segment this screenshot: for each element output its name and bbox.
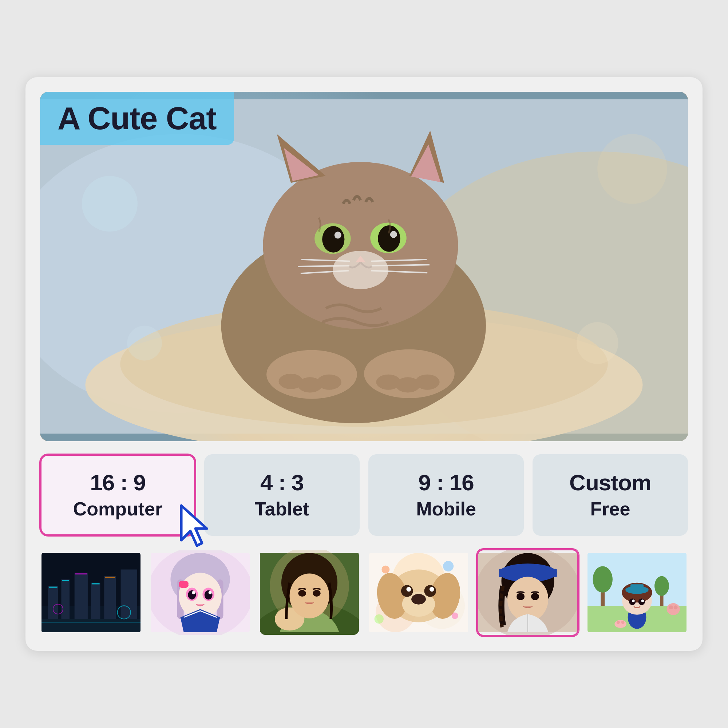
svg-point-89: [430, 587, 434, 592]
thumb-anime[interactable]: [149, 549, 251, 636]
svg-point-74: [290, 574, 329, 618]
ratio-label-16-9: 16 : 9: [90, 470, 145, 495]
svg-rect-98: [499, 569, 557, 577]
svg-point-116: [629, 598, 636, 605]
svg-point-88: [406, 587, 411, 592]
svg-point-93: [375, 615, 384, 624]
svg-rect-46: [49, 587, 58, 588]
svg-point-111: [669, 605, 673, 609]
svg-point-85: [411, 594, 426, 605]
svg-point-36: [127, 326, 162, 361]
svg-point-90: [381, 566, 390, 574]
svg-point-100: [517, 593, 525, 600]
svg-point-33: [82, 176, 138, 231]
ratio-sublabel-custom: Free: [590, 498, 630, 520]
svg-point-34: [597, 134, 667, 203]
svg-point-65: [192, 591, 195, 594]
svg-point-91: [443, 561, 454, 572]
svg-point-109: [655, 576, 669, 596]
aspect-ratio-row: 16 : 9 Computer 4 : 3 Tablet 9 : 16 Mobi…: [40, 454, 688, 536]
ratio-label-9-16: 9 : 16: [418, 470, 474, 495]
thumb-portrait[interactable]: [258, 549, 360, 636]
image-title: A Cute Cat: [58, 100, 217, 136]
svg-point-112: [674, 605, 678, 609]
ratio-btn-9-16[interactable]: 9 : 16 Mobile: [369, 454, 524, 536]
svg-point-119: [641, 600, 644, 602]
thumb-girl[interactable]: [477, 549, 579, 636]
svg-point-122: [615, 620, 626, 628]
ratio-label-custom: Custom: [569, 470, 651, 495]
title-overlay: A Cute Cat: [40, 92, 234, 145]
svg-point-123: [616, 621, 620, 624]
ratio-btn-4-3[interactable]: 4 : 3 Tablet: [204, 454, 359, 536]
svg-rect-47: [62, 580, 69, 581]
svg-point-13: [322, 226, 344, 252]
svg-point-66: [209, 591, 212, 594]
ratio-btn-custom[interactable]: Custom Free: [532, 454, 688, 536]
svg-rect-50: [105, 577, 115, 578]
svg-point-118: [632, 600, 635, 602]
ratio-sublabel-4-3: Tablet: [255, 498, 309, 520]
svg-point-16: [390, 231, 397, 238]
svg-rect-121: [630, 584, 644, 591]
svg-point-92: [452, 612, 458, 619]
thumb-dog[interactable]: [368, 549, 470, 636]
svg-rect-49: [92, 583, 100, 584]
svg-point-117: [638, 598, 645, 605]
svg-rect-48: [75, 574, 87, 575]
main-container: A Cute Cat: [26, 77, 702, 651]
svg-point-29: [317, 375, 341, 390]
svg-point-76: [313, 590, 321, 596]
svg-point-6: [263, 162, 458, 329]
svg-point-75: [298, 590, 306, 596]
svg-point-101: [531, 593, 539, 600]
svg-point-32: [415, 375, 440, 390]
ratio-btn-16-9[interactable]: 16 : 9 Computer: [40, 454, 196, 536]
svg-point-107: [593, 566, 613, 593]
svg-point-86: [401, 585, 413, 597]
thumb-city[interactable]: [40, 549, 142, 636]
thumbnail-row: [40, 549, 688, 636]
thumb-chibi[interactable]: [586, 549, 688, 636]
svg-marker-37: [181, 506, 207, 546]
svg-rect-51: [41, 619, 141, 632]
svg-point-110: [667, 603, 680, 615]
svg-point-124: [621, 621, 624, 624]
ratio-sublabel-9-16: Mobile: [416, 498, 476, 520]
svg-point-15: [335, 231, 341, 239]
svg-point-87: [424, 585, 436, 597]
svg-point-24: [333, 251, 388, 289]
main-image-area: A Cute Cat: [40, 92, 688, 441]
svg-point-35: [577, 322, 618, 364]
ratio-sublabel-16-9: Computer: [73, 498, 163, 520]
ratio-label-4-3: 4 : 3: [260, 470, 304, 495]
